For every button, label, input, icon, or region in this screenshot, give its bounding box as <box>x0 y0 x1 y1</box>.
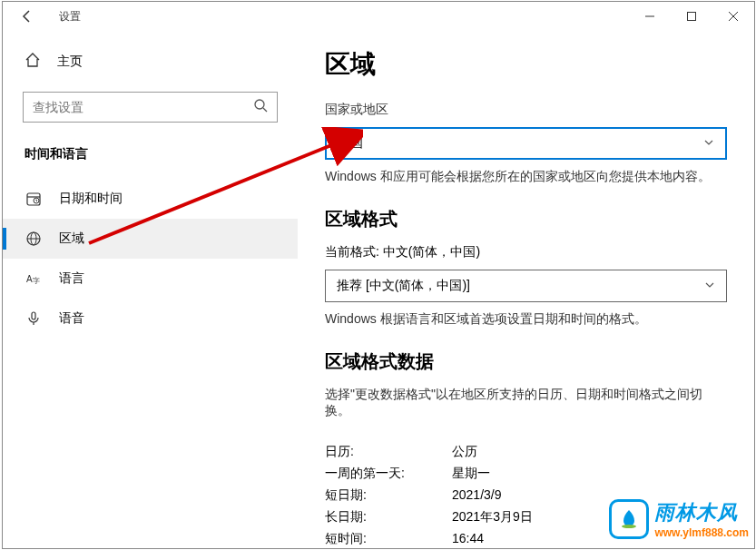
country-value: 中国 <box>338 135 703 152</box>
nav-item-datetime[interactable]: 日期和时间 <box>3 179 298 219</box>
watermark-brand: 雨林木风 <box>654 499 749 526</box>
nav-item-region[interactable]: 区域 <box>3 219 298 259</box>
chevron-down-icon <box>704 278 715 294</box>
clock-icon <box>25 190 43 208</box>
nav-item-language[interactable]: A字 语言 <box>3 259 298 299</box>
chevron-down-icon <box>703 135 714 152</box>
close-button[interactable] <box>712 2 754 31</box>
svg-line-3 <box>263 108 267 112</box>
data-row: 日历:公历 <box>325 441 727 463</box>
nav-label: 区域 <box>59 231 84 247</box>
data-row: 一周的第一天:星期一 <box>325 463 727 485</box>
format-section-title: 区域格式 <box>325 207 727 231</box>
svg-point-2 <box>255 100 264 109</box>
back-button[interactable] <box>14 3 41 30</box>
home-link[interactable]: 主页 <box>3 44 298 79</box>
language-icon: A字 <box>25 270 43 288</box>
data-description: 选择"更改数据格式"以在地区所支持的日历、日期和时间格式之间切换。 <box>325 387 727 419</box>
svg-text:字: 字 <box>33 277 40 285</box>
country-description: Windows 和应用可能会根据您所在的国家或地区向您提供本地内容。 <box>325 169 727 185</box>
globe-icon <box>25 230 43 248</box>
nav-item-speech[interactable]: 语音 <box>3 299 298 339</box>
svg-rect-1 <box>688 13 696 21</box>
current-format: 当前格式: 中文(简体，中国) <box>325 244 727 260</box>
search-icon <box>253 98 268 116</box>
data-section-title: 区域格式数据 <box>325 349 727 374</box>
svg-text:A: A <box>26 274 33 284</box>
format-value: 推荐 [中文(简体，中国)] <box>337 278 704 294</box>
country-label: 国家或地区 <box>325 102 727 118</box>
nav-label: 语音 <box>59 310 84 327</box>
home-label: 主页 <box>57 54 83 70</box>
search-input-container[interactable] <box>23 92 278 123</box>
mic-icon <box>25 309 43 328</box>
nav-label: 语言 <box>59 270 84 287</box>
sidebar: 主页 时间和语言 日期和时间 区域 <box>3 31 298 548</box>
format-description: Windows 根据语言和区域首选项设置日期和时间的格式。 <box>325 311 727 328</box>
window-title: 设置 <box>59 9 81 25</box>
search-input[interactable] <box>33 100 253 114</box>
format-dropdown[interactable]: 推荐 [中文(简体，中国)] <box>325 270 727 302</box>
watermark: 雨林木风 www.ylmf888.com <box>609 499 749 539</box>
nav-label: 日期和时间 <box>59 191 123 207</box>
svg-point-15 <box>622 525 636 528</box>
maximize-button[interactable] <box>671 2 712 31</box>
watermark-icon <box>609 499 649 539</box>
main-content: 区域 国家或地区 中国 Windows 和应用可能会根据您所在的国家或地区向您提… <box>298 31 754 548</box>
category-title: 时间和语言 <box>3 139 298 179</box>
watermark-url: www.ylmf888.com <box>654 526 749 539</box>
country-dropdown[interactable]: 中国 <box>325 127 727 160</box>
svg-rect-12 <box>32 312 35 319</box>
minimize-button[interactable] <box>629 2 671 31</box>
home-icon <box>25 52 41 72</box>
page-title: 区域 <box>325 47 727 82</box>
